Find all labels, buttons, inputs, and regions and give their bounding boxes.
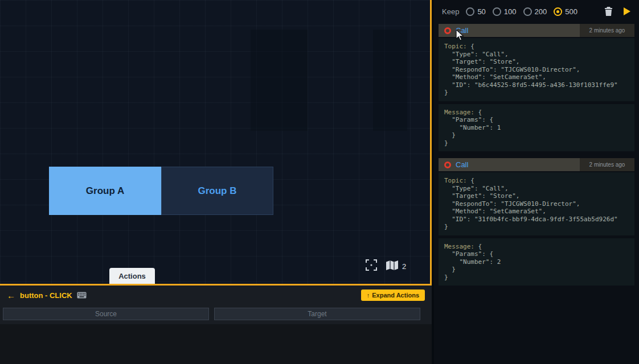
target-input[interactable]	[214, 308, 420, 320]
keep-label: Keep	[442, 7, 459, 16]
keep-option-500-label: 500	[565, 7, 577, 16]
ghost-tile	[373, 30, 407, 131]
topic-block: Topic: { "Type": "Call", "Target": "Stor…	[439, 38, 634, 101]
play-button[interactable]	[623, 7, 631, 16]
radio-icon	[493, 7, 501, 16]
keep-option-200[interactable]: 200	[523, 7, 547, 16]
trash-icon	[604, 7, 613, 16]
topic-label: Topic:	[444, 177, 470, 184]
keep-option-50-label: 50	[477, 7, 485, 16]
expand-actions-button[interactable]: ↑ Expand Actions	[361, 289, 425, 301]
source-target-row	[3, 308, 420, 320]
keep-option-200-label: 200	[535, 7, 547, 16]
message-card: Call 2 minutes ago Topic: { "Type": "Cal…	[439, 24, 634, 151]
call-status-icon	[444, 27, 451, 34]
keyboard-icon	[77, 292, 87, 299]
message-list: Call 2 minutes ago Topic: { "Type": "Cal…	[434, 23, 639, 293]
message-timestamp: 2 minutes ago	[580, 24, 634, 37]
topic-block: Topic: { "Type": "Call", "Target": "Stor…	[439, 172, 634, 235]
keep-option-50[interactable]: 50	[466, 7, 485, 16]
expand-actions-label: Expand Actions	[372, 292, 419, 299]
topic-json: { "Type": "Call", "Target": "Store", "Re…	[444, 43, 618, 96]
message-card-header: Call 2 minutes ago	[439, 158, 634, 171]
map-button[interactable]: 2	[386, 260, 406, 272]
canvas-viewport[interactable]: Group A Group B 2 Actions	[0, 0, 432, 286]
clear-log-button[interactable]	[604, 7, 613, 16]
message-log-panel: Keep 50 100 200 500	[434, 0, 639, 364]
canvas-toolbar: 2	[366, 259, 406, 273]
actions-tab[interactable]: Actions	[109, 268, 155, 284]
keep-option-100[interactable]: 100	[493, 7, 517, 16]
map-icon	[386, 260, 399, 272]
message-block: Message: { "Params": { "Number": 2 } }	[439, 238, 634, 286]
actions-panel-header: ← button - CLICK ↑ Expand Actions	[0, 286, 432, 305]
back-button[interactable]: ←	[7, 291, 15, 300]
message-card: Call 2 minutes ago Topic: { "Type": "Cal…	[439, 158, 634, 286]
group-b-button[interactable]: Group B	[161, 167, 273, 215]
log-header: Keep 50 100 200 500	[434, 0, 639, 23]
message-block: Message: { "Params": { "Number": 1 } }	[439, 104, 634, 152]
ghost-tile	[251, 30, 308, 131]
radio-icon	[523, 7, 532, 16]
message-type-label[interactable]: Call	[456, 160, 468, 169]
radio-icon	[466, 7, 474, 16]
keep-option-500[interactable]: 500	[554, 7, 577, 16]
fit-view-icon	[366, 259, 377, 273]
fit-view-button[interactable]	[366, 259, 377, 273]
message-label: Message:	[444, 109, 478, 116]
message-timestamp: 2 minutes ago	[580, 158, 634, 171]
source-input[interactable]	[3, 308, 209, 320]
action-title: button - CLICK	[20, 291, 72, 300]
topic-label: Topic:	[444, 43, 470, 50]
message-card-header: Call 2 minutes ago	[439, 24, 634, 37]
actions-panel-body	[0, 324, 432, 364]
map-count: 2	[402, 262, 406, 271]
radio-icon	[554, 7, 562, 16]
message-label: Message:	[444, 243, 478, 250]
topic-json: { "Type": "Call", "Target": "Store", "Re…	[444, 177, 618, 230]
play-icon	[623, 7, 631, 16]
expand-arrow-icon: ↑	[367, 292, 370, 299]
call-status-icon	[444, 162, 451, 168]
message-type-label[interactable]: Call	[456, 26, 468, 35]
actions-panel: ← button - CLICK ↑ Expand Actions	[0, 286, 432, 364]
keep-option-100-label: 100	[504, 7, 517, 16]
group-a-button[interactable]: Group A	[49, 167, 161, 215]
